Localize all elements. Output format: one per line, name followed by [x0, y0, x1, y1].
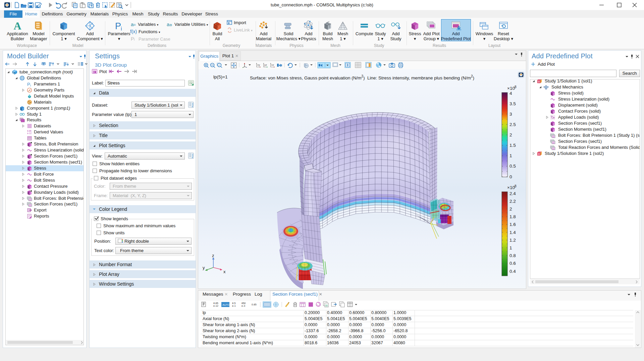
svg-text:8: 8 [515, 184, 517, 188]
svg-text:2: 2 [509, 132, 512, 137]
svg-text:8.85: 8.85 [27, 130, 32, 132]
svg-text:0.8: 0.8 [509, 253, 516, 258]
svg-text:i: i [30, 84, 31, 87]
svg-text:3: 3 [509, 112, 512, 117]
svg-text:1.5: 1.5 [509, 143, 516, 148]
svg-text:e-3: e-3 [241, 304, 245, 307]
svg-text:8: 8 [515, 85, 517, 89]
svg-text:1.8: 1.8 [509, 214, 516, 219]
svg-text:2.4: 2.4 [509, 191, 516, 196]
svg-text:z: z [212, 253, 214, 258]
svg-text:1: 1 [509, 245, 512, 250]
svg-text:×10: ×10 [507, 86, 515, 91]
svg-text:e-12: e-12 [213, 304, 218, 307]
svg-text:4: 4 [509, 91, 512, 96]
svg-text:8: 8 [553, 136, 554, 138]
svg-text:2.2: 2.2 [509, 199, 516, 204]
svg-text:2.5: 2.5 [509, 122, 516, 127]
svg-text:P: P [115, 21, 121, 31]
svg-text:1.2: 1.2 [509, 238, 516, 243]
svg-text:0.4: 0.4 [509, 269, 516, 274]
svg-text:8: 8 [553, 142, 554, 144]
svg-text:yz: yz [264, 63, 267, 66]
svg-text:8: 8 [553, 148, 554, 150]
svg-text:e-12: e-12 [27, 132, 32, 134]
svg-text:P: P [27, 82, 30, 87]
svg-text:e-1: e-1 [232, 304, 236, 307]
svg-text:1: 1 [509, 153, 512, 158]
svg-text:xz: xz [271, 63, 274, 66]
svg-text:i: i [121, 26, 122, 32]
svg-text:1.4: 1.4 [509, 230, 516, 235]
svg-text:×10: ×10 [507, 185, 515, 190]
svg-text:AUTO: AUTO [222, 303, 230, 306]
svg-text:y: y [203, 265, 205, 270]
svg-text:0.5: 0.5 [509, 164, 516, 169]
svg-text:0.85: 0.85 [252, 303, 257, 306]
svg-text:8: 8 [30, 204, 31, 206]
svg-text:x: x [223, 269, 226, 274]
svg-text:1.6: 1.6 [509, 222, 516, 227]
svg-text:0: 0 [509, 174, 512, 179]
svg-text:8: 8 [30, 199, 31, 201]
svg-text:A: A [13, 20, 21, 32]
svg-text:2: 2 [509, 206, 512, 212]
svg-text:xy: xy [257, 63, 260, 66]
svg-text:3.5: 3.5 [509, 101, 516, 106]
svg-text:0.6: 0.6 [509, 261, 516, 266]
